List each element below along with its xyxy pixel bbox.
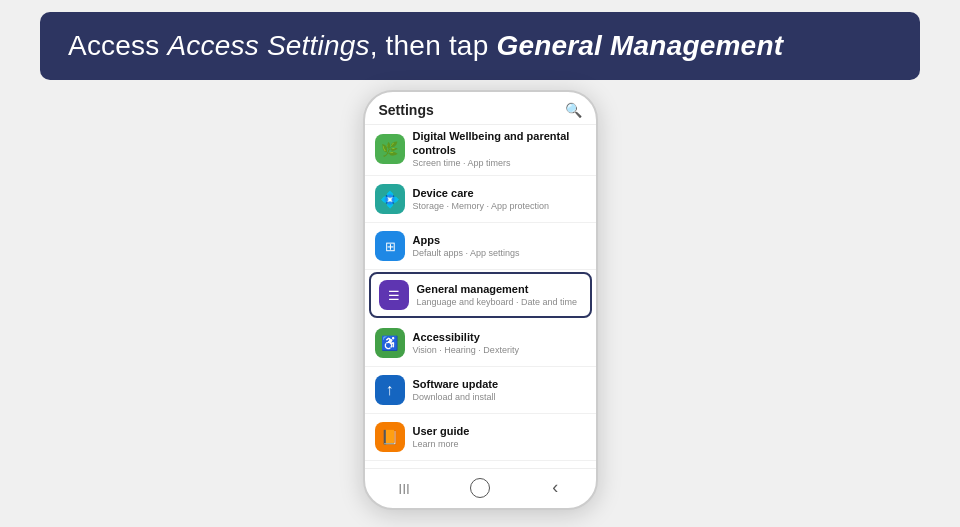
list-item[interactable]: 💠 Device care Storage · Memory · App pro… — [365, 176, 596, 223]
general-management-title: General management — [417, 282, 582, 296]
user-guide-text: User guide Learn more — [413, 424, 586, 450]
general-management-text: General management Language and keyboard… — [417, 282, 582, 308]
digital-wellbeing-icon: 🌿 — [375, 134, 405, 164]
general-management-item[interactable]: ☰ General management Language and keyboa… — [369, 272, 592, 318]
recents-button[interactable]: ||| — [390, 482, 420, 494]
apps-title: Apps — [413, 233, 586, 247]
list-item[interactable]: 🌿 Digital Wellbeing and parental control… — [365, 125, 596, 176]
general-management-subtitle: Language and keyboard · Date and time — [417, 297, 582, 309]
accessibility-title: Accessibility — [413, 330, 586, 344]
accessibility-icon: ♿ — [375, 328, 405, 358]
device-care-icon: 💠 — [375, 184, 405, 214]
settings-list: 🌿 Digital Wellbeing and parental control… — [365, 125, 596, 468]
accessibility-subtitle: Vision · Hearing · Dexterity — [413, 345, 586, 357]
accessibility-text: Accessibility Vision · Hearing · Dexteri… — [413, 330, 586, 356]
software-update-title: Software update — [413, 377, 586, 391]
phone-mockup: Settings 🔍 🌿 Digital Wellbeing and paren… — [363, 90, 598, 510]
apps-icon: ⊞ — [375, 231, 405, 261]
digital-wellbeing-subtitle: Screen time · App timers — [413, 158, 586, 170]
header-banner: Access Access Settings, then tap General… — [40, 12, 920, 80]
device-care-title: Device care — [413, 186, 586, 200]
apps-text: Apps Default apps · App settings — [413, 233, 586, 259]
list-item[interactable]: ↑ Software update Download and install — [365, 367, 596, 414]
back-button[interactable]: ‹ — [540, 477, 570, 498]
phone-navbar: ||| ‹ — [365, 468, 596, 508]
user-guide-icon: 📙 — [375, 422, 405, 452]
home-button[interactable] — [470, 478, 490, 498]
list-item[interactable]: ⊞ Apps Default apps · App settings — [365, 223, 596, 270]
settings-screen-title: Settings — [379, 102, 434, 118]
software-update-icon: ↑ — [375, 375, 405, 405]
user-guide-title: User guide — [413, 424, 586, 438]
digital-wellbeing-title: Digital Wellbeing and parental controls — [413, 129, 586, 158]
general-management-bold: General Management — [496, 30, 783, 61]
software-update-text: Software update Download and install — [413, 377, 586, 403]
list-item[interactable]: ⊙ Remote support Remote support — [365, 461, 596, 468]
device-care-subtitle: Storage · Memory · App protection — [413, 201, 586, 213]
settings-italic: Settings — [267, 30, 370, 61]
user-guide-subtitle: Learn more — [413, 439, 586, 451]
header-title: Access Access Settings, then tap General… — [68, 30, 783, 62]
search-icon[interactable]: 🔍 — [565, 102, 582, 118]
phone-wrapper: Settings 🔍 🌿 Digital Wellbeing and paren… — [363, 90, 598, 527]
general-management-icon: ☰ — [379, 280, 409, 310]
list-item[interactable]: 📙 User guide Learn more — [365, 414, 596, 461]
digital-wellbeing-text: Digital Wellbeing and parental controls … — [413, 129, 586, 169]
list-item[interactable]: ♿ Accessibility Vision · Hearing · Dexte… — [365, 320, 596, 367]
software-update-subtitle: Download and install — [413, 392, 586, 404]
apps-subtitle: Default apps · App settings — [413, 248, 586, 260]
device-care-text: Device care Storage · Memory · App prote… — [413, 186, 586, 212]
phone-header: Settings 🔍 — [365, 92, 596, 125]
